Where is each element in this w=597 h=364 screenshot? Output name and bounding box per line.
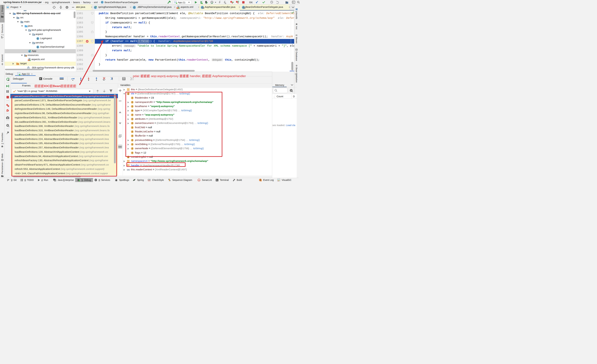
svg-text:8: 8	[260, 179, 261, 181]
svg-text:Git:: Git:	[249, 1, 253, 4]
svg-text:EE: EE	[55, 180, 56, 181]
svg-text:<: <	[28, 59, 29, 61]
svg-text:<: <	[177, 7, 178, 9]
svg-text:C: C	[37, 46, 39, 48]
svg-text:C: C	[134, 6, 135, 9]
svg-text:App (1): App (1)	[178, 1, 185, 4]
svg-text:C: C	[37, 38, 39, 40]
